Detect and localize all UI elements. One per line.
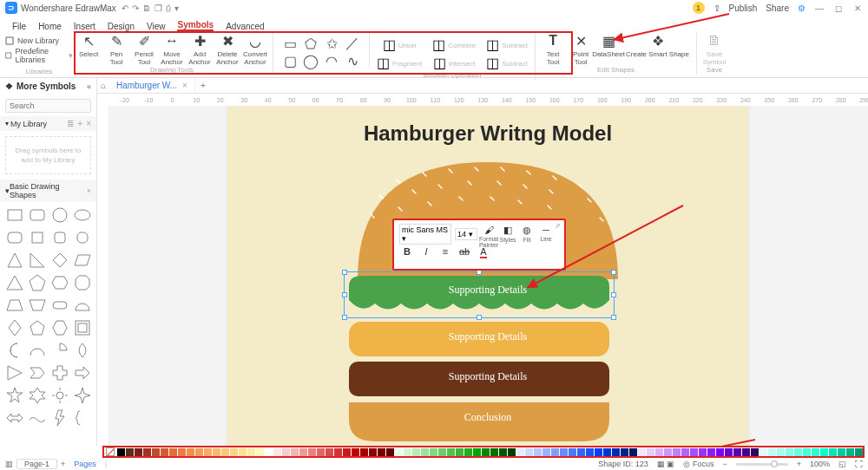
color-swatch[interactable] xyxy=(846,448,854,456)
shape-hexagon[interactable] xyxy=(50,273,69,292)
font-select[interactable]: mic Sans MS ▾ xyxy=(399,224,451,245)
line-icon[interactable]: ／ xyxy=(345,36,360,50)
bold-button[interactable]: B xyxy=(399,246,415,265)
font-size-select[interactable]: 14 ▾ xyxy=(455,228,477,240)
color-swatch[interactable] xyxy=(525,448,533,456)
shape-ellipse[interactable] xyxy=(73,206,92,225)
new-tab-button[interactable]: + xyxy=(195,81,211,90)
zoom-in-button[interactable]: + xyxy=(797,460,801,468)
color-swatch[interactable] xyxy=(516,448,524,456)
color-swatch[interactable] xyxy=(482,448,490,456)
convert-anchor-tool[interactable]: ◡Convert Anchor xyxy=(243,33,267,66)
copy-icon[interactable]: ❐ xyxy=(155,3,162,13)
basic-shapes-header[interactable]: ▾Basic Drawing Shapes× xyxy=(0,180,96,202)
tab-design[interactable]: Design xyxy=(108,22,135,31)
color-swatch[interactable] xyxy=(655,448,663,456)
shape-square[interactable] xyxy=(28,228,47,247)
color-swatch[interactable] xyxy=(742,448,750,456)
shape-lightning[interactable] xyxy=(50,408,69,428)
ellipse-icon[interactable]: ◯ xyxy=(303,54,319,68)
shape-circle[interactable] xyxy=(50,206,69,225)
color-swatch[interactable] xyxy=(386,448,394,456)
color-swatch[interactable] xyxy=(638,448,646,456)
color-swatch[interactable] xyxy=(152,448,160,456)
color-swatch[interactable] xyxy=(829,448,837,456)
lib-add-icon[interactable]: + xyxy=(77,119,82,128)
pages-link[interactable]: Pages xyxy=(74,460,96,468)
delete-anchor-tool[interactable]: ✖Delete Anchor xyxy=(215,33,240,66)
color-swatch[interactable] xyxy=(820,448,828,456)
shape-roundsq2[interactable] xyxy=(73,228,92,247)
color-swatch[interactable] xyxy=(473,448,481,456)
fit-page-icon[interactable]: ◱ xyxy=(838,460,846,468)
qat-more-icon[interactable]: ▾ xyxy=(174,3,179,13)
color-swatch[interactable] xyxy=(404,448,411,456)
color-swatch[interactable] xyxy=(282,448,290,456)
tab-insert[interactable]: Insert xyxy=(74,22,95,31)
color-swatch[interactable] xyxy=(725,448,733,456)
shape-tri2[interactable] xyxy=(5,273,24,292)
color-swatch[interactable] xyxy=(812,448,819,456)
color-swatch[interactable] xyxy=(786,448,793,456)
color-swatch[interactable] xyxy=(195,448,203,456)
color-swatch[interactable] xyxy=(560,448,568,456)
color-swatch[interactable] xyxy=(343,448,351,456)
color-swatch[interactable] xyxy=(664,448,672,456)
shape-pie[interactable] xyxy=(50,341,69,360)
collapse-panel-icon[interactable]: « xyxy=(87,82,91,91)
print-icon[interactable]: ⎙ xyxy=(166,3,171,13)
color-swatch[interactable] xyxy=(803,448,811,456)
color-swatch[interactable] xyxy=(838,448,845,456)
color-swatch[interactable] xyxy=(438,448,446,456)
color-swatch[interactable] xyxy=(690,448,698,456)
color-swatch[interactable] xyxy=(716,448,724,456)
add-anchor-tool[interactable]: ✚Add Anchor xyxy=(187,33,212,66)
color-swatch[interactable] xyxy=(360,448,368,456)
combine-button[interactable]: ◫Combine xyxy=(431,36,477,53)
color-swatch[interactable] xyxy=(126,448,134,456)
shape-pentagon[interactable] xyxy=(28,273,47,292)
subtract2-button[interactable]: ◫Subtract xyxy=(484,55,529,71)
color-swatch[interactable] xyxy=(733,448,741,456)
shape-drop[interactable] xyxy=(73,341,92,360)
color-swatch[interactable] xyxy=(603,448,611,456)
subtract-button[interactable]: ◫Subtract xyxy=(484,36,529,53)
shape-diamond[interactable] xyxy=(50,251,69,270)
document-tab[interactable]: Hamburger W...× xyxy=(109,78,195,93)
shape-preset-grid[interactable]: ▭ ⬠ ✩ ／ ▢ ◯ ◠ ∿ xyxy=(279,33,364,68)
rect-icon[interactable]: ▭ xyxy=(282,36,298,50)
color-swatch[interactable] xyxy=(681,448,689,456)
shape-brace[interactable] xyxy=(73,408,92,428)
zoom-out-button[interactable]: − xyxy=(722,460,727,468)
basic-shapes-close-icon[interactable]: × xyxy=(87,186,91,195)
color-swatch[interactable] xyxy=(317,448,325,456)
color-swatch[interactable] xyxy=(751,448,759,456)
shape-triangle[interactable] xyxy=(5,251,24,270)
zoom-value[interactable]: 100% xyxy=(810,460,830,468)
point-tool[interactable]: ✕Point Tool xyxy=(569,33,593,66)
shape-chevron[interactable] xyxy=(28,363,47,382)
save-icon[interactable]: 🗎 xyxy=(142,3,151,13)
color-swatch[interactable] xyxy=(673,448,681,456)
color-swatch[interactable] xyxy=(187,448,194,456)
shape-tri3[interactable] xyxy=(5,363,24,382)
color-swatch[interactable] xyxy=(239,448,247,456)
options-gear-icon[interactable]: ⚙ xyxy=(798,3,806,13)
shape-sun[interactable] xyxy=(50,386,69,405)
shape-pent2[interactable] xyxy=(28,318,47,337)
color-swatch[interactable] xyxy=(768,448,776,456)
shape-arc[interactable] xyxy=(28,341,47,360)
color-swatch[interactable] xyxy=(508,448,516,456)
color-swatch[interactable] xyxy=(760,448,767,456)
fullscreen-icon[interactable]: ⛶ xyxy=(855,460,863,468)
symbol-search-input[interactable] xyxy=(5,99,91,113)
undo-icon[interactable]: ↶ xyxy=(122,3,128,13)
shape-moon[interactable] xyxy=(5,341,24,360)
color-swatch[interactable] xyxy=(265,448,273,456)
shape-dblarrow[interactable] xyxy=(5,408,24,428)
color-swatch[interactable] xyxy=(378,448,385,456)
lib-list-icon[interactable]: ≣ xyxy=(67,119,74,128)
tab-symbols[interactable]: Symbols xyxy=(177,20,214,31)
color-swatch[interactable] xyxy=(326,448,333,456)
focus-button[interactable]: ◎ Focus xyxy=(683,460,713,468)
